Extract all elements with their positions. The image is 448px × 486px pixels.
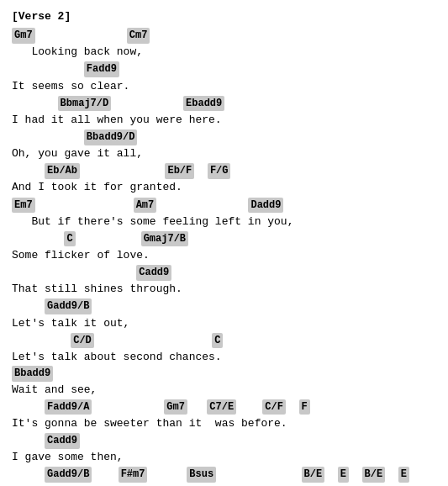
chord-line: Fadd9/A Gm7 C7/E C/F F — [12, 399, 436, 415]
chord: Bbadd9 — [12, 366, 53, 382]
chord-spacer — [286, 399, 299, 415]
chord: C/F — [262, 399, 286, 415]
lyric-line: But now I intend to dedicate myself to g… — [12, 483, 436, 486]
chord: E — [338, 467, 349, 483]
lyric-line: Oh, you gave it all, — [12, 145, 436, 162]
chord-line: Cadd9 — [12, 432, 436, 449]
chord: Cadd9 — [45, 433, 80, 449]
chord: Am7 — [134, 198, 157, 214]
lyric-line: It's gonna be sweeter than it was before… — [12, 415, 436, 432]
chord-spacer — [194, 162, 208, 179]
chord-line: Bbmaj7/D Ebadd9 — [12, 95, 436, 112]
section-header: [Verse 2] — [12, 8, 436, 25]
song-content: Gm7 Cm7 Looking back now, Fadd9It seems … — [12, 27, 436, 486]
chord-line: Eb/Ab Eb/F F/G — [12, 162, 436, 179]
chord: Fadd9 — [84, 61, 119, 77]
lyric-line: Wait and see, — [12, 382, 436, 399]
chord: F — [299, 399, 310, 415]
chord: Dadd9 — [248, 198, 283, 214]
chord: Gadd9/B — [45, 467, 92, 483]
chord-spacer — [12, 230, 64, 247]
lyric-line: But if there's some feeling left in you, — [12, 214, 436, 230]
chord-spacer — [324, 466, 338, 483]
chord: F#m7 — [119, 467, 148, 483]
chord-spacer — [35, 197, 134, 214]
chord: C7/E — [207, 399, 236, 415]
chord-spacer — [385, 466, 398, 483]
lyric-line: Looking back now, — [12, 44, 436, 61]
chord-spacer — [216, 466, 301, 483]
chord-line: Gm7 Cm7 — [12, 27, 436, 44]
chord: Cadd9 — [136, 265, 171, 281]
lyric-line: It seems so clear. — [12, 78, 436, 95]
chord: Eb/F — [165, 163, 194, 179]
chord-spacer — [12, 399, 45, 415]
chord: Eb/Ab — [45, 163, 80, 179]
chord: B/E — [362, 467, 386, 483]
chord-spacer — [12, 162, 45, 179]
chord-line: Gadd9/B — [12, 298, 436, 314]
chord: C — [212, 333, 223, 349]
chord: Bsus — [187, 467, 216, 483]
chord: Bbadd9/D — [84, 129, 138, 145]
chord: Bbmaj7/D — [58, 96, 112, 112]
chord-spacer — [12, 61, 84, 77]
chord-spacer — [111, 95, 183, 112]
chord: E — [398, 467, 409, 483]
chord: F/G — [208, 163, 231, 179]
chord-spacer — [236, 399, 262, 415]
chord-spacer — [12, 298, 45, 314]
chord-spacer — [92, 399, 164, 415]
chord-line: Cadd9 — [12, 264, 436, 281]
chord-line: Em7 Am7 Dadd9 — [12, 197, 436, 214]
chord-spacer — [35, 27, 127, 44]
chord-spacer — [94, 332, 212, 349]
chord-spacer — [147, 466, 187, 483]
lyric-line: That still shines through. — [12, 281, 436, 298]
chord-line: Fadd9 — [12, 61, 436, 77]
chord: Fadd9/A — [45, 399, 92, 415]
chord: Gmaj7/B — [141, 231, 188, 247]
chord-line: C/D C — [12, 332, 436, 349]
chord-spacer — [12, 264, 136, 281]
chord-spacer — [349, 466, 362, 483]
chord-spacer — [156, 197, 248, 214]
chord-spacer — [76, 230, 141, 247]
lyric-line: Let's talk it out, — [12, 315, 436, 332]
chord: B/E — [302, 467, 325, 483]
lyric-line: I had it all when you were here. — [12, 112, 436, 129]
chord-spacer — [12, 432, 45, 449]
chord-line: Bbadd9/D — [12, 129, 436, 145]
chord: Cm7 — [127, 28, 150, 44]
chord: C — [64, 231, 75, 247]
verse-section: [Verse 2] — [12, 8, 436, 25]
lyric-line: Let's talk about second chances. — [12, 349, 436, 366]
chord: Em7 — [12, 198, 35, 214]
lyric-line: And I took it for granted. — [12, 179, 436, 196]
chord-spacer — [187, 399, 207, 415]
chord-spacer — [12, 95, 58, 112]
chord-line: Bbadd9 — [12, 366, 436, 382]
chord: Ebadd9 — [183, 96, 224, 112]
chord: Gm7 — [164, 399, 187, 415]
lyric-line: I gave some then, — [12, 449, 436, 466]
chord-line: Gadd9/B F#m7 Bsus B/E E B/E E — [12, 466, 436, 483]
chord: C/D — [71, 333, 94, 349]
chord-spacer — [92, 466, 118, 483]
chord: Gadd9/B — [45, 298, 92, 314]
lyric-line: Some flicker of love. — [12, 247, 436, 264]
chord-spacer — [80, 162, 165, 179]
chord-spacer — [12, 466, 45, 483]
chord-line: C Gmaj7/B — [12, 230, 436, 247]
chord-spacer — [12, 332, 71, 349]
chord: Gm7 — [12, 28, 35, 44]
chord-spacer — [12, 129, 84, 145]
